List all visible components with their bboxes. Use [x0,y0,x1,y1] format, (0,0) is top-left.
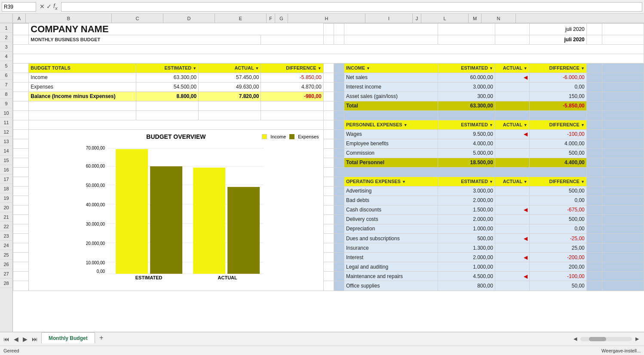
cell-m23[interactable] [586,234,602,243]
cell-income-act-label[interactable]: ACTUAL ▼ [495,63,529,73]
cell-n10[interactable] [602,110,644,120]
cell-a8[interactable] [13,92,29,101]
cell-f11[interactable] [323,120,334,129]
cell-m21[interactable] [586,214,602,224]
cell-assetsales-label[interactable]: Asset sales (gain/loss) [344,92,438,101]
col-header-c[interactable]: C [112,14,163,23]
cell-expenses-diff[interactable]: 4.870,00 [261,82,323,92]
cell-g10[interactable] [334,110,344,120]
sheet-tab-monthly-budget[interactable]: Monthly Budget [41,332,95,343]
col-header-g[interactable]: G [275,14,288,23]
cell-f18[interactable] [323,186,334,196]
col-header-h[interactable]: H [288,14,365,23]
row-num-18[interactable]: 18 [0,184,12,193]
cell-f6[interactable] [323,73,334,82]
cell-a23[interactable] [13,234,29,243]
cell-g2[interactable] [334,35,344,44]
cell-a11[interactable] [13,120,29,129]
cell-f28[interactable] [323,281,334,291]
cell-f21[interactable] [323,214,334,224]
cell-a26[interactable] [13,262,29,272]
cell-a20[interactable] [13,205,29,214]
cell-n14[interactable] [602,148,644,158]
cell-j10[interactable] [495,110,529,120]
row-num-2[interactable]: 2 [0,33,12,42]
cell-maintenance-est[interactable]: 4.500,00 [438,272,495,281]
cell-h2[interactable] [344,35,438,44]
cell-f20[interactable] [323,205,334,214]
cell-e10[interactable] [261,110,323,120]
tab-nav-right[interactable]: ▶ [21,336,29,343]
cell-n23[interactable] [602,234,644,243]
cell-g14[interactable] [334,148,344,158]
row-num-1[interactable]: 1 [0,23,12,33]
tab-nav-right-right[interactable]: ⏭ [30,336,40,343]
cell-commission-label[interactable]: Commission [344,148,438,158]
cell-a9[interactable] [13,101,29,110]
cell-l1[interactable]: juli 2020 [529,24,586,35]
cell-insurance-diff[interactable]: 25,00 [529,243,586,253]
cell-delivery-est[interactable]: 2.000,00 [438,214,495,224]
cell-legal-label[interactable]: Legal and auditing [344,262,438,272]
scrollbar-track[interactable] [580,337,632,341]
cell-dues-diff[interactable]: -25,00 [529,234,586,243]
cell-n16[interactable] [602,167,644,177]
cell-balance-act[interactable]: 7.820,00 [199,92,261,101]
cell-n18[interactable] [602,186,644,196]
cell-m26[interactable] [586,262,602,272]
estimated-dropdown[interactable]: ▼ [193,66,196,70]
cell-assetsales-est[interactable]: 300,00 [438,92,495,101]
cell-wages-label[interactable]: Wages [344,129,438,139]
cell-opexp-est-label[interactable]: ESTIMATED ▼ [438,177,495,186]
cell-legal-est[interactable]: 1.000,00 [438,262,495,272]
cell-g25[interactable] [334,253,344,262]
cell-legal-diff[interactable]: 200,00 [529,262,586,272]
cell-f12[interactable] [323,129,334,139]
cell-g6[interactable] [334,73,344,82]
cell-l10[interactable] [529,110,586,120]
cell-netsales-est[interactable]: 60.000,00 [438,73,495,82]
cell-f15[interactable] [323,158,334,167]
cell-baddebts-label[interactable]: Bad debts [344,196,438,205]
cell-a5[interactable] [13,63,29,73]
row-num-14[interactable]: 14 [0,146,12,156]
cell-f2[interactable] [323,35,334,44]
cell-balance-label[interactable]: Balance (Income minus Expenses) [29,92,136,101]
cell-n2[interactable] [602,35,644,44]
cell-empben-est[interactable]: 4.000,00 [438,139,495,148]
cell-income-est[interactable]: 63.300,00 [136,73,199,82]
cell-g22[interactable] [334,224,344,233]
cell-expenses-act[interactable]: 49.630,00 [199,82,261,92]
cell-a19[interactable] [13,196,29,205]
cell-depreciation-est[interactable]: 1.000,00 [438,224,495,233]
cell-f8[interactable] [323,92,334,101]
cell-interest2-label[interactable]: Interest [344,253,438,262]
cell-officesupplies-diff[interactable]: 50,00 [529,281,586,291]
cell-maintenance-diff[interactable]: -100,00 [529,272,586,281]
cell-f17[interactable] [323,177,334,186]
row-num-17[interactable]: 17 [0,174,12,184]
cell-estimated-label[interactable]: ESTIMATED ▼ [136,63,199,73]
cell-officesupplies-est[interactable]: 800,00 [438,281,495,291]
row-num-23[interactable]: 23 [0,231,12,241]
row-num-16[interactable]: 16 [0,165,12,174]
row-num-9[interactable]: 9 [0,99,12,108]
cell-wages-diff[interactable]: -100,00 [529,129,586,139]
row-num-11[interactable]: 11 [0,118,12,127]
cell-insurance-label[interactable]: Insurance [344,243,438,253]
cell-n7[interactable] [602,82,644,92]
cell-n27[interactable] [602,272,644,281]
row-num-19[interactable]: 19 [0,193,12,203]
cell-e9[interactable] [261,101,323,110]
difference-dropdown[interactable]: ▼ [318,66,322,70]
cell-m10[interactable] [586,110,602,120]
cell-personnel-est-label[interactable]: ESTIMATED ▼ [438,120,495,129]
cell-empben-label[interactable]: Employee benefits [344,139,438,148]
cell-n20[interactable] [602,205,644,214]
bar-estimated-income[interactable] [116,149,148,274]
cell-i1[interactable] [438,24,495,35]
cell-f1[interactable] [323,24,334,35]
row-num-27[interactable]: 27 [0,269,12,278]
cell-m20[interactable] [586,205,602,214]
tab-nav-left-left[interactable]: ⏮ [2,336,11,343]
